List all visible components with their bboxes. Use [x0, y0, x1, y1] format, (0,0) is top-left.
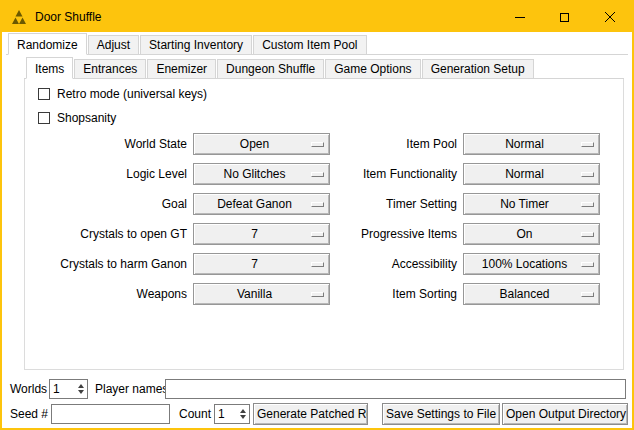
worlds-label: Worlds: [10, 378, 47, 400]
dropdown-indicator-icon: [581, 202, 594, 207]
item-pool-label: Item Pool: [325, 133, 457, 155]
save-settings-button[interactable]: Save Settings to File: [382, 403, 500, 425]
accessibility-dropdown[interactable]: 100% Locations: [463, 253, 600, 275]
worlds-spinbox[interactable]: [49, 379, 88, 399]
player-names-label: Player names: [95, 378, 168, 400]
close-button[interactable]: [587, 2, 632, 32]
count-spinbox[interactable]: [214, 404, 250, 424]
weapons-label: Weapons: [33, 283, 187, 305]
timer-setting-label: Timer Setting: [325, 193, 457, 215]
goal-label: Goal: [33, 193, 187, 215]
close-icon: [605, 12, 615, 22]
logic-level-label: Logic Level: [33, 163, 187, 185]
dropdown-indicator-icon: [311, 142, 324, 147]
world-state-dropdown[interactable]: Open: [193, 133, 330, 155]
minimize-button[interactable]: [497, 2, 542, 32]
weapons-dropdown[interactable]: Vanilla: [193, 283, 330, 305]
tab-dungeon-shuffle[interactable]: Dungeon Shuffle: [217, 59, 324, 78]
tab-game-options[interactable]: Game Options: [325, 59, 420, 78]
items-panel: Retro mode (universal keys) Shopsanity W…: [24, 79, 624, 370]
crystals-open-gt-label: Crystals to open GT: [33, 223, 187, 245]
dropdown-indicator-icon: [311, 262, 324, 267]
outer-tab-bar: Randomize Adjust Starting Inventory Cust…: [6, 33, 628, 55]
shopsanity-label: Shopsanity: [57, 111, 116, 125]
seed-input[interactable]: [51, 404, 170, 424]
open-output-directory-button[interactable]: Open Output Directory: [502, 403, 628, 425]
app-icon: [11, 10, 27, 24]
accessibility-label: Accessibility: [325, 253, 457, 275]
tab-generation-setup[interactable]: Generation Setup: [422, 59, 534, 78]
checkbox-icon: [38, 112, 50, 124]
tab-randomize[interactable]: Randomize: [8, 33, 87, 55]
crystals-open-gt-dropdown[interactable]: 7: [193, 223, 330, 245]
count-spin-down-icon[interactable]: [240, 415, 246, 419]
timer-setting-dropdown[interactable]: No Timer: [463, 193, 600, 215]
logic-level-dropdown[interactable]: No Glitches: [193, 163, 330, 185]
maximize-button[interactable]: [542, 2, 587, 32]
tab-adjust[interactable]: Adjust: [88, 35, 139, 54]
inner-tab-bar: Items Entrances Enemizer Dungeon Shuffle…: [24, 57, 624, 79]
item-sorting-label: Item Sorting: [325, 283, 457, 305]
retro-mode-checkbox[interactable]: Retro mode (universal keys): [38, 87, 207, 101]
item-functionality-dropdown[interactable]: Normal: [463, 163, 600, 185]
item-sorting-dropdown[interactable]: Balanced: [463, 283, 600, 305]
dropdown-indicator-icon: [581, 262, 594, 267]
retro-mode-label: Retro mode (universal keys): [57, 87, 207, 101]
world-state-label: World State: [33, 133, 187, 155]
count-input[interactable]: [215, 405, 237, 423]
dropdown-indicator-icon: [311, 292, 324, 297]
count-spin-up-icon[interactable]: [240, 409, 246, 413]
tab-custom-item-pool[interactable]: Custom Item Pool: [253, 35, 366, 54]
tab-starting-inventory[interactable]: Starting Inventory: [140, 35, 252, 54]
generate-patched-rom-button[interactable]: Generate Patched Rom: [253, 403, 368, 425]
seed-label: Seed #: [10, 403, 48, 425]
item-pool-dropdown[interactable]: Normal: [463, 133, 600, 155]
progressive-items-label: Progressive Items: [325, 223, 457, 245]
checkbox-icon: [38, 88, 50, 100]
dropdown-indicator-icon: [581, 142, 594, 147]
tab-items[interactable]: Items: [26, 57, 73, 79]
progressive-items-dropdown[interactable]: On: [463, 223, 600, 245]
dropdown-indicator-icon: [311, 232, 324, 237]
dropdown-indicator-icon: [311, 172, 324, 177]
tab-enemizer[interactable]: Enemizer: [147, 59, 216, 78]
item-functionality-label: Item Functionality: [325, 163, 457, 185]
crystals-harm-ganon-label: Crystals to harm Ganon: [33, 253, 187, 275]
dropdown-indicator-icon: [581, 292, 594, 297]
worlds-spin-up-icon[interactable]: [78, 384, 84, 388]
minimize-icon: [515, 17, 525, 18]
window-title: Door Shuffle: [35, 10, 102, 24]
dropdown-indicator-icon: [581, 172, 594, 177]
goal-dropdown[interactable]: Defeat Ganon: [193, 193, 330, 215]
crystals-harm-ganon-dropdown[interactable]: 7: [193, 253, 330, 275]
door-shuffle-window: Door Shuffle Randomize Adjust Starting I…: [0, 0, 634, 430]
dropdown-indicator-icon: [311, 202, 324, 207]
shopsanity-checkbox[interactable]: Shopsanity: [38, 111, 116, 125]
worlds-input[interactable]: [50, 380, 75, 398]
titlebar: Door Shuffle: [2, 2, 632, 32]
count-label: Count: [179, 403, 211, 425]
player-names-input[interactable]: [165, 379, 626, 399]
randomize-panel: Items Entrances Enemizer Dungeon Shuffle…: [24, 57, 624, 370]
worlds-spin-down-icon[interactable]: [78, 390, 84, 394]
maximize-icon: [560, 13, 569, 22]
dropdown-indicator-icon: [581, 232, 594, 237]
tab-entrances[interactable]: Entrances: [74, 59, 146, 78]
